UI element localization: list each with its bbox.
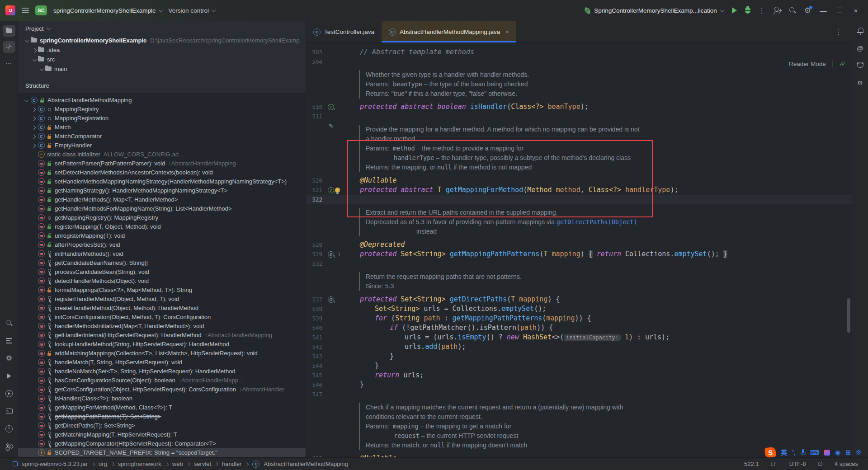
- read-only-icon[interactable]: ∅: [818, 461, 823, 467]
- tree-chevron-icon[interactable]: [31, 56, 38, 63]
- code-line[interactable]: 538Set<String> urls = Collections.emptyS…: [306, 304, 852, 314]
- structure-item[interactable]: mgetDirectPaths(T): Set<String>: [18, 421, 306, 430]
- tool-button-problems[interactable]: !: [3, 423, 15, 435]
- maximize-button[interactable]: [835, 7, 844, 14]
- project-tree-item[interactable]: springControllerMemoryShellExampleD:\jav…: [18, 36, 306, 45]
- structure-item[interactable]: mregisterHandlerMethod(Object, Method, T…: [18, 294, 306, 303]
- rendered-doc-block[interactable]: Extract and return the URL paths contain…: [306, 204, 852, 240]
- breadcrumb-item[interactable]: springframework: [118, 461, 161, 467]
- structure-item[interactable]: msetHandlerMethodMappingNamingStrategy(H…: [18, 177, 306, 186]
- code-line[interactable]: 521Iprotected abstract T getMappingForMe…: [306, 185, 852, 195]
- structure-item[interactable]: mhasCorsConfigurationSource(Object): boo…: [18, 376, 306, 385]
- structure-item[interactable]: mgetMappingComparator(HttpServletRequest…: [18, 439, 306, 448]
- doc-link[interactable]: getDirectPaths(Object): [557, 218, 637, 226]
- structure-item[interactable]: CMappingRegistration: [18, 113, 306, 122]
- overridden-marker-icon[interactable]: O: [328, 251, 334, 258]
- code-line[interactable]: 543}: [306, 352, 852, 361]
- project-tree-item[interactable]: src: [18, 55, 306, 64]
- tree-chevron-icon[interactable]: [30, 133, 37, 140]
- structure-item[interactable]: munregisterMapping(T): void: [18, 231, 306, 240]
- reader-mode-chip[interactable]: Reader Mode ✓✓: [789, 60, 846, 67]
- code-line[interactable]: 504: [306, 57, 852, 66]
- structure-item[interactable]: mgetMatchingMapping(T, HttpServletReques…: [18, 430, 306, 439]
- project-tree-item[interactable]: main: [18, 64, 306, 74]
- structure-item[interactable]: minitCorsConfiguration(Object, Method, T…: [18, 312, 306, 321]
- tree-chevron-icon[interactable]: [31, 47, 38, 53]
- structure-item[interactable]: mdetectHandlerMethods(Object): void: [18, 276, 306, 285]
- tree-chevron-icon[interactable]: [23, 97, 30, 103]
- structure-item[interactable]: mlookupHandlerMethod(String, HttpServlet…: [18, 339, 306, 348]
- tool-button-terminal[interactable]: >_: [3, 405, 15, 417]
- structure-item[interactable]: mhandleNoMatch(Set<T>, String, HttpServl…: [18, 367, 306, 376]
- tree-chevron-icon[interactable]: [30, 115, 37, 122]
- code-line[interactable]: 541urls = (urls.isEmpty() ? new HashSet<…: [306, 333, 852, 342]
- structure-item[interactable]: CMappingRegistry: [18, 104, 306, 113]
- tool-button-structure-boxes[interactable]: [3, 41, 15, 53]
- project-panel-header[interactable]: Project: [18, 21, 306, 36]
- structure-item[interactable]: mgetMappingPathPatterns(T): Set<String>: [18, 412, 306, 421]
- editor-surface[interactable]: Reader Mode ✓✓ 503// Abstract template m…: [306, 43, 852, 457]
- tab-close-icon[interactable]: ×: [505, 28, 509, 35]
- close-button[interactable]: ×: [852, 7, 860, 14]
- tool-button-maven-m[interactable]: m: [854, 76, 867, 88]
- tree-chevron-icon[interactable]: [24, 37, 31, 44]
- ime-key[interactable]: ’,: [792, 449, 796, 456]
- ime-mic-icon[interactable]: [801, 449, 805, 456]
- main-menu-icon[interactable]: [22, 8, 29, 13]
- code-line[interactable]: 520@Nullable: [306, 176, 852, 185]
- structure-item[interactable]: mgetCandidateBeanNames(): String[]: [18, 258, 306, 267]
- tool-button-todo[interactable]: [3, 335, 15, 347]
- code-line[interactable]: 539for (String path : getMappingPathPatt…: [306, 314, 852, 323]
- settings-gear-icon[interactable]: ⚙: [804, 7, 811, 14]
- code-line[interactable]: 542urls.add(path);: [306, 342, 852, 352]
- tool-button-run-triangle[interactable]: [3, 370, 15, 382]
- intention-bulb-icon[interactable]: [335, 188, 340, 193]
- code-line[interactable]: 540if (!getPathMatcher().isPattern(path)…: [306, 323, 852, 333]
- structure-item[interactable]: maddMatchingMappings(Collection<T>, List…: [18, 348, 306, 357]
- structure-item[interactable]: mafterPropertiesSet(): void: [18, 240, 306, 249]
- breadcrumb-item[interactable]: spring-webmvc-5.3.23.jar: [22, 461, 88, 467]
- structure-item[interactable]: mhandlerMethodsInitialized(Map<T, Handle…: [18, 321, 306, 330]
- breadcrumb-item[interactable]: AbstractHandlerMethodMapping: [264, 461, 348, 467]
- code-line[interactable]: 546}: [306, 380, 852, 390]
- structure-item[interactable]: mregisterMapping(T, Object, Method): voi…: [18, 222, 306, 231]
- structure-item[interactable]: minitHandlerMethods(): void: [18, 249, 306, 258]
- structure-item[interactable]: CAbstractHandlerMethodMapping: [18, 95, 306, 104]
- implemented-marker-icon[interactable]: I: [328, 187, 334, 193]
- tab-abstracthandlermethodmapping-java[interactable]: CAbstractHandlerMethodMapping.java×: [382, 21, 516, 42]
- structure-item[interactable]: mgetHandlerMethods(): Map<T, HandlerMeth…: [18, 195, 306, 204]
- tool-button-services[interactable]: [3, 388, 15, 400]
- code-line[interactable]: 510Iprotected abstract boolean isHandler…: [306, 102, 852, 112]
- ime-grid-icon[interactable]: ⊞: [845, 449, 851, 456]
- search-everywhere-icon[interactable]: [789, 7, 796, 14]
- structure-item[interactable]: CEmptyHandler: [18, 141, 306, 150]
- breadcrumb-item[interactable]: servlet: [194, 461, 211, 467]
- tool-button-database[interactable]: [854, 59, 867, 71]
- tool-button-spring-at[interactable]: @: [854, 42, 867, 54]
- structure-item[interactable]: mgetMappingRegistry(): MappingRegistry: [18, 213, 306, 222]
- vcs-menu[interactable]: Version control: [169, 7, 215, 14]
- debug-button[interactable]: [745, 7, 750, 14]
- structure-item[interactable]: =static class initializerALLOW_CORS_CONF…: [18, 150, 306, 159]
- tree-chevron-icon[interactable]: [38, 66, 45, 72]
- structure-item[interactable]: fSCOPED_TARGET_NAME_PREFIX: String = "sc…: [18, 448, 306, 457]
- tool-button-more-dots[interactable]: ⋯: [3, 57, 15, 69]
- structure-item[interactable]: misHandler(Class<?>): boolean: [18, 394, 306, 403]
- breadcrumb-item[interactable]: handler: [222, 461, 241, 467]
- tool-button-project-folder[interactable]: [3, 25, 15, 37]
- structure-item[interactable]: mgetNamingStrategy(): HandlerMethodMappi…: [18, 186, 306, 195]
- implemented-marker-icon[interactable]: I: [328, 104, 334, 110]
- rendered-doc-block[interactable]: Check if a mapping matches the current r…: [306, 399, 852, 454]
- breadcrumb-item[interactable]: org: [99, 461, 107, 467]
- structure-item[interactable]: mhandleMatch(T, String, HttpServletReque…: [18, 357, 306, 367]
- code-line[interactable]: 547: [306, 390, 852, 399]
- tab-testcontroller-java[interactable]: CTestController.java: [306, 21, 382, 42]
- ime-key[interactable]: 英: [781, 449, 787, 456]
- project-selector[interactable]: springControllerMemoryShellExample: [53, 7, 162, 14]
- caret-position[interactable]: 522:1: [744, 461, 759, 467]
- file-encoding[interactable]: UTF-8: [789, 461, 806, 467]
- code-line[interactable]: 544}: [306, 361, 852, 371]
- tree-chevron-icon[interactable]: [30, 142, 37, 149]
- code-line[interactable]: 503// Abstract template methods: [306, 47, 852, 57]
- code-line[interactable]: 528@Deprecated: [306, 240, 852, 249]
